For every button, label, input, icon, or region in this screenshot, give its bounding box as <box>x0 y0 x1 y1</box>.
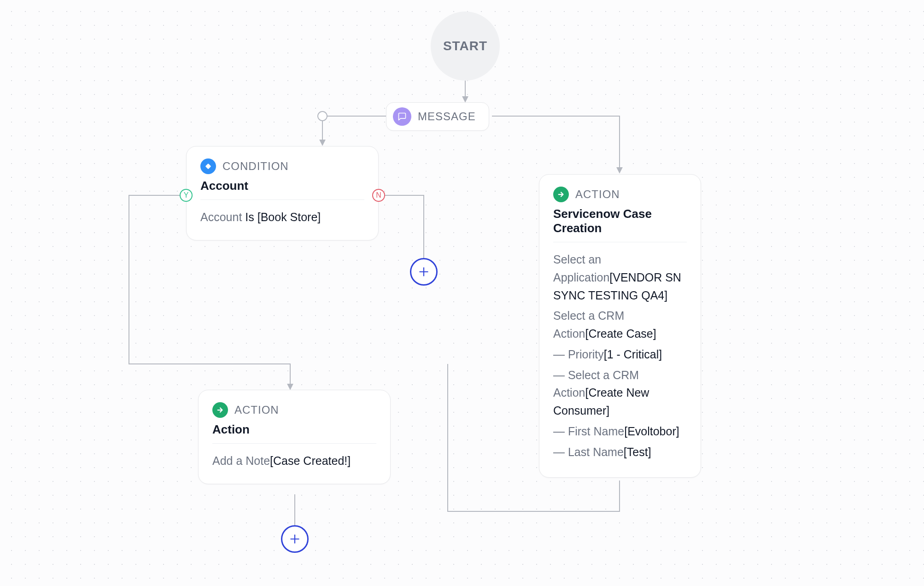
action-icon <box>553 187 569 202</box>
message-icon <box>393 107 411 126</box>
config-value: [Create Case] <box>585 327 656 340</box>
action-note-node[interactable]: ACTION Action Add a Note[Case Created!] <box>198 390 391 484</box>
divider <box>212 443 376 444</box>
action-icon <box>212 402 228 418</box>
config-key: — Priority <box>553 348 604 361</box>
action-note-type-label: ACTION <box>234 404 279 416</box>
edge-label-yes: Y <box>180 189 193 202</box>
config-row: — First Name[Evoltobor] <box>553 422 687 440</box>
config-row: Select a CRM Action[Create Case] <box>553 307 687 343</box>
condition-icon <box>200 158 216 174</box>
config-row: Select an Application[VENDOR SN SYNC TES… <box>553 251 687 304</box>
edge-label-no: N <box>372 189 385 202</box>
divider <box>200 199 364 200</box>
config-value: [1 - Critical] <box>604 348 662 361</box>
condition-type-label: CONDITION <box>222 160 289 173</box>
message-node-label: MESSAGE <box>418 110 476 123</box>
action-sn-type-label: ACTION <box>575 188 620 201</box>
flow-connectors <box>0 0 924 586</box>
action-note-title: Action <box>212 422 376 437</box>
message-node[interactable]: MESSAGE <box>386 102 489 131</box>
config-key: Select an Application <box>553 253 609 284</box>
config-row: — Priority[1 - Critical] <box>553 346 687 363</box>
action-servicenow-node[interactable]: ACTION Servicenow Case Creation Select a… <box>539 174 701 478</box>
config-row: — Last Name[Test] <box>553 443 687 461</box>
action-sn-config: Select an Application[VENDOR SN SYNC TES… <box>553 251 687 461</box>
condition-value: [Book Store] <box>257 211 321 223</box>
action-note-value: [Case Created!] <box>270 454 351 467</box>
start-node[interactable]: START <box>431 12 500 81</box>
svg-rect-0 <box>205 164 211 170</box>
action-note-field: Add a Note <box>212 454 270 467</box>
config-key: — Last Name <box>553 445 624 458</box>
config-value: [Test] <box>624 445 651 458</box>
divider <box>553 242 687 242</box>
action-sn-title: Servicenow Case Creation <box>553 207 687 235</box>
config-value: [Evoltobor] <box>624 425 679 438</box>
condition-title: Account <box>200 179 364 193</box>
condition-node[interactable]: CONDITION Account Account Is [Book Store… <box>186 146 379 240</box>
condition-operator: Is <box>245 211 254 223</box>
add-node-button-n-branch[interactable] <box>410 258 438 286</box>
config-key: — First Name <box>553 425 624 438</box>
connector-junction-dot <box>317 111 327 121</box>
condition-field: Account <box>200 211 242 223</box>
add-node-button-after-action[interactable] <box>281 525 309 553</box>
start-label: START <box>443 39 487 53</box>
config-row: — Select a CRM Action[Create New Consume… <box>553 366 687 420</box>
